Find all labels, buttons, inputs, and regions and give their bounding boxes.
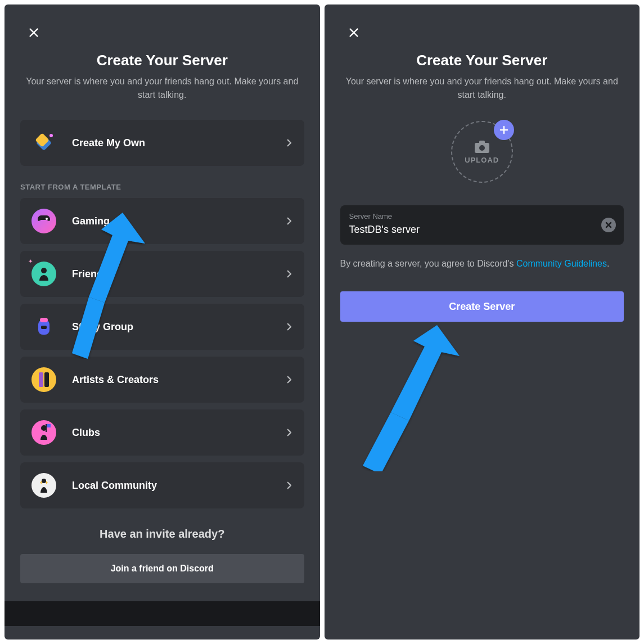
template-section-label: START FROM A TEMPLATE [20,183,304,191]
gaming-icon [29,206,58,236]
join-friend-button[interactable]: Join a friend on Discord [20,554,304,583]
template-local-community[interactable]: Local Community [20,462,304,508]
svg-point-5 [46,218,48,220]
left-screen: Create Your Server Your server is where … [4,4,320,640]
svg-point-15 [42,479,46,483]
svg-rect-14 [46,424,47,432]
agreement-suffix: . [607,259,609,268]
chevron-right-icon [284,138,294,148]
header: Create Your Server Your server is where … [4,52,320,102]
create-my-own-row[interactable]: Create My Own [20,120,304,166]
bottom-nav [4,601,320,626]
content: UPLOAD Server Name By creating a server,… [325,102,640,626]
page-subtitle: Your server is where you and your friend… [338,75,627,102]
template-label: Artists & Creators [72,374,284,386]
server-name-input-card[interactable]: Server Name [340,205,624,245]
page-subtitle: Your server is where you and your friend… [18,75,307,102]
close-icon [605,222,612,228]
agreement-text: By creating a server, you agree to Disco… [340,256,624,271]
svg-point-4 [49,134,53,137]
diamond-icon [29,128,58,157]
template-label: Local Community [72,480,284,492]
agreement-prefix: By creating a server, you agree to Disco… [340,259,516,268]
template-study-group[interactable]: Study Group [20,304,304,350]
chevron-right-icon [284,480,294,490]
chevron-right-icon [284,269,294,279]
page-title: Create Your Server [338,52,627,69]
template-label: Study Group [72,321,284,333]
chevron-right-icon [284,216,294,226]
local-community-icon [29,471,58,500]
template-artists-creators[interactable]: Artists & Creators [20,357,304,403]
camera-icon [474,140,490,154]
template-friends[interactable]: ✦ Friends [20,251,304,297]
svg-rect-9 [41,326,47,329]
svg-rect-13 [46,424,51,427]
server-name-label: Server Name [349,212,615,220]
svg-point-6 [41,268,47,273]
create-my-own-label: Create My Own [72,137,284,149]
clubs-icon [29,418,58,447]
create-server-button[interactable]: Create Server [340,291,624,322]
svg-rect-21 [479,141,485,144]
page-title: Create Your Server [18,52,307,69]
invite-prompt: Have an invite already? [20,528,304,541]
close-icon [348,26,360,39]
clear-input-button[interactable] [601,218,616,232]
template-label: Clubs [72,427,284,439]
friends-icon: ✦ [29,259,58,289]
plus-icon [499,125,508,134]
close-icon [28,26,40,39]
close-button[interactable] [346,25,362,40]
template-gaming[interactable]: Gaming [20,198,304,244]
header: Create Your Server Your server is where … [325,52,640,102]
svg-point-22 [479,145,485,151]
svg-rect-11 [44,372,49,387]
chevron-right-icon [284,322,294,332]
upload-label: UPLOAD [465,156,499,164]
chevron-right-icon [284,427,294,438]
plus-badge [494,120,514,140]
right-screen: Create Your Server Your server is where … [325,4,640,640]
template-label: Gaming [72,215,284,227]
community-guidelines-link[interactable]: Community Guidelines [516,259,607,268]
template-label: Friends [72,268,284,280]
artists-icon [29,365,58,394]
server-name-input[interactable] [349,224,593,236]
study-group-icon [29,312,58,341]
svg-rect-10 [39,372,43,387]
svg-rect-8 [40,318,48,322]
close-button[interactable] [26,25,42,40]
template-clubs[interactable]: Clubs [20,409,304,456]
chevron-right-icon [284,375,294,385]
upload-avatar-button[interactable]: UPLOAD [451,121,513,183]
content: Create My Own START FROM A TEMPLATE Gami… [4,102,320,588]
